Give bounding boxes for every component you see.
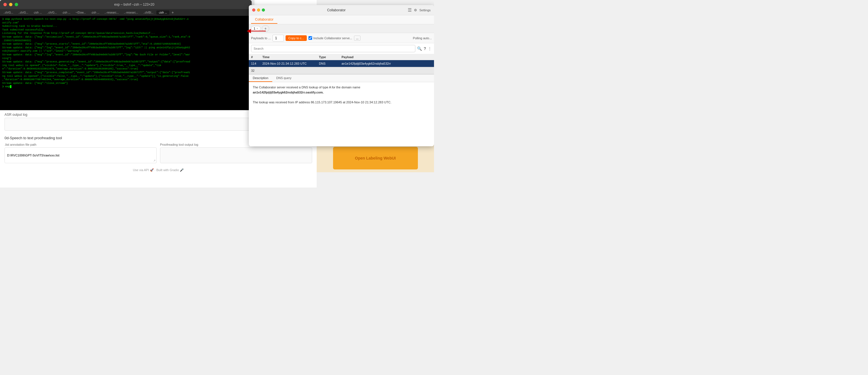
detail-tab-dns-query[interactable]: DNS query [272, 74, 296, 82]
terminal-line-11: Stream update: data: {"msg":"log","event… [2, 53, 249, 57]
terminal-line-14: ing tool webui is opened",{"visible":fal… [2, 64, 249, 67]
terminal-tab-2[interactable]: ..ch/G... [16, 10, 31, 15]
terminal-title: exp – bshrf –zsh – 123×20 [20, 3, 248, 6]
tab-pill-label: 1 [254, 27, 255, 30]
copy-to-clipboard-button[interactable]: Copy to c... [285, 35, 307, 41]
terminal-tab-11[interactable]: -zsh ... [156, 10, 169, 15]
open-labeling-button[interactable]: Open Labeling WebUI [333, 147, 418, 169]
row1-type: DNS [319, 62, 342, 65]
terminal-line-1: ❯ exp python3 SoVITS-speech-to-text-exp.… [2, 18, 249, 21]
terminal-line-17: ng tool webui is opened",{"visible":fals… [2, 74, 249, 78]
terminal-tab-7[interactable]: -zsh ... [89, 10, 101, 15]
terminal-body: ❯ exp python3 SoVITS-speech-to-text-exp.… [0, 16, 252, 118]
row1-time: 2024-Nov-10 21:34:12.283 UTC [262, 62, 319, 65]
terminal-window: exp – bshrf –zsh – 123×20 ..ch/G... ..ch… [0, 0, 252, 118]
search-input[interactable] [251, 45, 415, 52]
collaborator-toolbar-right: ☰ ⚙ Settings [408, 7, 431, 13]
add-tab-button[interactable]: + [262, 25, 269, 32]
tab-pill-close-button[interactable]: × [256, 27, 258, 30]
terminal-line-3: Submitting task to Gradio backend... [2, 25, 249, 28]
terminal-line-4: Task submitted successfully. [2, 28, 249, 32]
terminal-line-18: ,"duration":0.009818077087402344,"averag… [2, 78, 249, 81]
terminal-line-10: nsbjha532rr.oastify.com || \"123","level… [2, 49, 249, 53]
collaborator-minimize-button[interactable] [257, 8, 260, 11]
row2-time [262, 69, 319, 72]
col-header-payload: Payload [342, 55, 432, 59]
help-button[interactable]: ? [424, 46, 426, 51]
terminal-line-16: Stream update: data: {"msg":"process_com… [2, 71, 249, 74]
row2-number: 32 [251, 69, 262, 72]
search-button[interactable]: 🔍 [417, 46, 422, 51]
terminal-line-8: Stream update: data: {"msg":"process_sta… [2, 42, 249, 46]
terminal-titlebar: exp – bshrf –zsh – 123×20 [0, 0, 252, 9]
row2-payload [342, 69, 432, 72]
collaborator-maximize-button[interactable] [262, 8, 265, 11]
polling-text: Polling auto... [413, 36, 432, 40]
table-header: # Time Type Payload [249, 54, 434, 60]
col-header-type: Type [319, 55, 342, 59]
terminal-line-20: ❯ exp█ [2, 85, 249, 89]
terminal-tab-10[interactable]: ..ch/Bl... [141, 10, 156, 15]
collaborator-titlebar: Collaborator ☰ ⚙ Settings [249, 5, 434, 15]
table-row-2[interactable]: 32 [249, 67, 434, 74]
terminal-tab-5[interactable]: -zsh ... [60, 10, 73, 15]
col-header-time: Time [262, 55, 319, 59]
terminal-new-tab-button[interactable]: + [170, 10, 176, 15]
terminal-line-9: Stream update: data: {"msg":"log","event… [2, 46, 249, 50]
terminal-tabs: ..ch/G... ..ch/G... -zsh ... ..ch/G... -… [0, 9, 252, 16]
terminal-line-15: e":"duration":0.003048181533813476,"aver… [2, 67, 249, 71]
payloads-label: Payloads to ... [251, 36, 271, 40]
row1-payload: an1e142fpijtj03a4ygk62nsbjha532rr [342, 62, 432, 65]
include-server-label: Include Collaborator serve... [313, 36, 352, 40]
terminal-line-6: Stream update: data: {"msg":"estimation"… [2, 35, 249, 39]
detail-domain-bold: an1e142fpijtj03a4ygk62nsbjha532rr.oastif… [253, 91, 323, 94]
table-row-1[interactable]: 114 2024-Nov-10 21:34:12.283 UTC DNS an1… [249, 60, 434, 67]
proofread-log-textarea[interactable] [160, 147, 312, 163]
list-input-field[interactable] [4, 147, 157, 163]
terminal-minimize-button[interactable] [9, 3, 12, 6]
terminal-close-button[interactable] [3, 3, 7, 6]
detail-description-line2: The lookup was received from IP address … [253, 100, 430, 105]
collaborator-main-tab[interactable]: Collaborator [251, 16, 277, 24]
collaborator-title: Collaborator [265, 8, 408, 12]
collaborator-toolbar: Payloads to ... Copy to c... Include Col… [249, 33, 434, 43]
settings-label[interactable]: Settings [419, 8, 431, 12]
terminal-line-2: astify.com" [2, 21, 249, 25]
detail-description-line1: The Collaborator server received a DNS l… [253, 85, 430, 90]
payload-count-input[interactable] [273, 35, 284, 41]
terminal-tab-1[interactable]: ..ch/G... [1, 10, 16, 15]
terminal-line-7: .15093719959259033} [2, 39, 249, 43]
terminal-maximize-button[interactable] [15, 3, 18, 6]
terminal-tab-4[interactable]: ..ch/G... [45, 10, 59, 15]
terminal-line-12: ning"} [2, 57, 249, 61]
collaborator-tab-row: 1 × + [249, 24, 434, 33]
gradio-footer: Use via API 🚀 · Built with Gradio 🎤 [0, 166, 317, 174]
row2-type [319, 69, 342, 72]
detail-tabs: Description DNS query [249, 74, 434, 82]
list-input-group: .list annotation file path ↗ [4, 143, 157, 163]
collaborator-tab-pill-1[interactable]: 1 × [251, 26, 261, 31]
terminal-line-13: Stream update: data: {"msg":"process_gen… [2, 60, 249, 64]
list-input-wrapper: ↗ [4, 147, 157, 163]
more-options-button[interactable]: ... [354, 36, 361, 41]
list-input-label: .list annotation file path [4, 143, 157, 146]
more-button[interactable]: ⋮ [428, 46, 432, 51]
collaborator-traffic-lights [252, 8, 265, 11]
collaborator-close-button[interactable] [252, 8, 255, 11]
collaborator-nav: Collaborator [249, 15, 434, 24]
terminal-tab-6[interactable]: ~/Dow... [73, 10, 88, 15]
detail-tab-description[interactable]: Description [249, 74, 272, 82]
hamburger-icon[interactable]: ☰ [408, 7, 412, 13]
open-labeling-button-area: Open Labeling WebUI [317, 144, 434, 172]
settings-icon[interactable]: ⚙ [414, 8, 417, 12]
terminal-tab-9[interactable]: ..-researc... [122, 10, 141, 15]
detail-description-content: The Collaborator server received a DNS l… [249, 82, 434, 108]
search-bar-row: 🔍 ? ⋮ [249, 43, 434, 54]
row1-number: 114 [251, 62, 262, 65]
terminal-line-19: Stream update: data: {"msg":"close_strea… [2, 81, 249, 85]
include-server-checkbox[interactable] [308, 36, 312, 40]
terminal-tab-8[interactable]: ..-researc... [102, 10, 121, 15]
collaborator-window: Collaborator ☰ ⚙ Settings Collaborator 1… [249, 5, 434, 146]
col-header-number: # [251, 55, 262, 59]
terminal-tab-3[interactable]: -zsh ... [31, 10, 44, 15]
